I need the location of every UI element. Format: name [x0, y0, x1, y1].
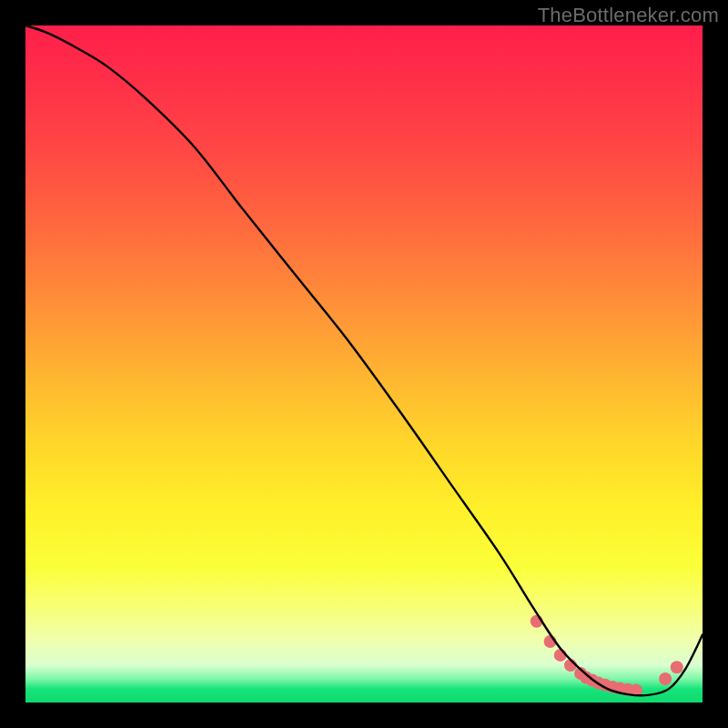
markers-group — [531, 615, 683, 697]
chart-stage: TheBottleneker.com — [0, 0, 728, 728]
plot-area — [25, 25, 703, 703]
marker-dot — [671, 661, 683, 673]
watermark-text: TheBottleneker.com — [538, 4, 719, 27]
chart-svg — [25, 25, 703, 703]
marker-dot — [659, 672, 672, 685]
series-curve — [25, 25, 703, 695]
